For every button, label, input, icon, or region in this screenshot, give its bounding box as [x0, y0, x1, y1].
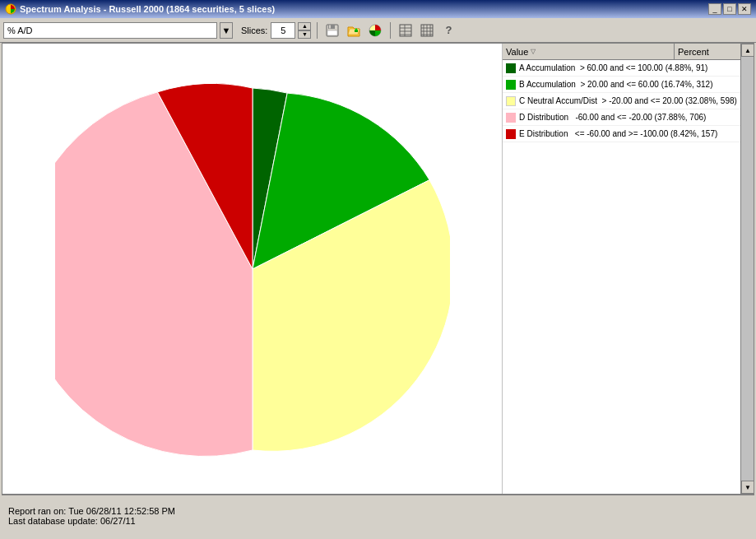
legend-area: Value ▽ Percent A Accumulation > 60.00 a…	[502, 44, 740, 494]
slices-label: Slices:	[241, 26, 267, 35]
dropdown-arrow[interactable]: ▼	[220, 22, 233, 39]
save-icon	[325, 23, 340, 38]
open-icon	[346, 23, 361, 38]
help-icon: ?	[445, 24, 452, 36]
table-view-button[interactable]	[397, 21, 415, 39]
status-bar: Report ran on: Tue 06/28/11 12:52:58 PM …	[2, 495, 754, 536]
grid-view-button[interactable]	[418, 21, 436, 39]
pie-chart-button[interactable]	[366, 21, 384, 39]
pie-chart-icon	[368, 23, 383, 38]
legend-label-b: B Accumulation > 20.00 and <= 60.00 (16.…	[519, 80, 737, 89]
status-line-2: Last database update: 06/27/11	[8, 516, 748, 526]
legend-percent-col-header[interactable]: Percent	[675, 44, 740, 59]
spin-up[interactable]: ▲	[298, 22, 311, 30]
scroll-track[interactable]	[741, 57, 754, 481]
legend-color-c	[506, 96, 516, 106]
app-icon	[5, 3, 16, 15]
legend-label-c: C Neutral Accum/Dist > -20.00 and <= 20.…	[519, 96, 737, 105]
maximize-button[interactable]: □	[723, 3, 736, 15]
table-view-icon	[398, 23, 413, 38]
minimize-button[interactable]: _	[708, 3, 721, 15]
legend-label-e: E Distribution <= -60.00 and >= -100.00 …	[519, 129, 737, 138]
legend-row-a: A Accumulation > 60.00 and <= 100.00 (4.…	[503, 60, 740, 77]
legend-header: Value ▽ Percent	[503, 44, 740, 60]
help-button[interactable]: ?	[439, 21, 457, 39]
legend-row-e: E Distribution <= -60.00 and >= -100.00 …	[503, 126, 740, 142]
scroll-up-button[interactable]: ▲	[741, 44, 754, 57]
sort-icon: ▽	[531, 48, 536, 55]
title-bar-buttons[interactable]: _ □ ✕	[708, 3, 751, 15]
separator-2	[390, 22, 391, 39]
separator-1	[317, 22, 318, 39]
svg-rect-3	[329, 25, 331, 28]
svg-rect-4	[327, 30, 337, 35]
legend-label-d: D Distribution -60.00 and <= -20.00 (37.…	[519, 113, 737, 122]
legend-rows: A Accumulation > 60.00 and <= 100.00 (4.…	[503, 60, 740, 494]
close-button[interactable]: ✕	[738, 3, 751, 15]
legend-value-col-header[interactable]: Value ▽	[503, 44, 675, 59]
legend-row-b: B Accumulation > 20.00 and <= 60.00 (16.…	[503, 77, 740, 93]
window-title: Spectrum Analysis - Russell 2000 (1864 s…	[20, 4, 275, 14]
toolbar: % A/D ▼ Slices: 5 ▲ ▼	[0, 18, 756, 43]
scroll-down-button[interactable]: ▼	[741, 481, 754, 494]
pie-chart	[55, 72, 450, 467]
legend-color-b	[506, 80, 516, 90]
legend-color-e	[506, 129, 516, 139]
legend-row-c: C Neutral Accum/Dist > -20.00 and <= 20.…	[503, 93, 740, 109]
chart-area	[2, 44, 502, 494]
slices-value: 5	[271, 22, 295, 39]
analysis-dropdown[interactable]: % A/D	[3, 22, 217, 39]
legend-color-a	[506, 63, 516, 73]
legend-label-a: A Accumulation > 60.00 and <= 100.00 (4.…	[519, 63, 737, 72]
legend-row-d: D Distribution -60.00 and <= -20.00 (37.…	[503, 109, 740, 126]
spin-down[interactable]: ▼	[298, 30, 311, 39]
status-line-1: Report ran on: Tue 06/28/11 12:52:58 PM	[8, 506, 748, 516]
slices-spinner[interactable]: ▲ ▼	[298, 22, 311, 39]
grid-view-icon	[420, 23, 434, 38]
title-bar: Spectrum Analysis - Russell 2000 (1864 s…	[0, 0, 756, 18]
open-button[interactable]	[345, 21, 363, 39]
scrollbar-right[interactable]: ▲ ▼	[740, 44, 754, 494]
save-button[interactable]	[323, 21, 341, 39]
legend-color-d	[506, 113, 516, 123]
